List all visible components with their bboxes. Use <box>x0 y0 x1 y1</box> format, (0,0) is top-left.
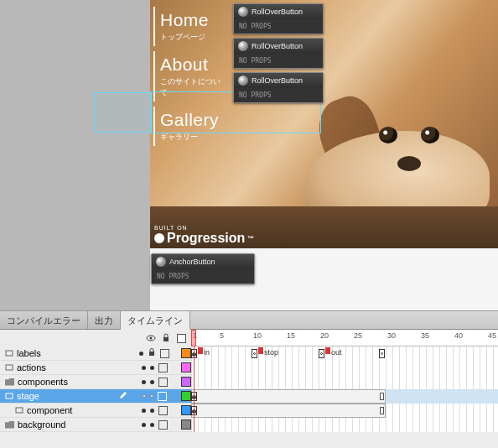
lock-header-icon[interactable] <box>161 333 171 343</box>
frame-label-out: out <box>331 348 342 357</box>
panel-tabs: コンパイルエラー 出力 タイムライン <box>0 311 498 330</box>
layer-color-swatch[interactable] <box>181 405 191 415</box>
component-icon <box>238 76 248 86</box>
visibility-toggle[interactable] <box>139 352 143 356</box>
layer-color-swatch[interactable] <box>181 362 191 372</box>
frame-ruler[interactable]: 1 5 10 15 20 25 30 35 40 45 <box>191 330 498 346</box>
lock-toggle[interactable] <box>150 409 154 413</box>
layer-name: actions <box>17 362 46 372</box>
no-props-label: NO PROPS <box>234 54 323 68</box>
nav-subtitle: トップページ <box>160 32 224 43</box>
layer-color-swatch[interactable] <box>181 391 191 401</box>
no-props-label: NO PROPS <box>234 19 323 34</box>
lock-toggle[interactable] <box>150 380 154 384</box>
layer-color-swatch[interactable] <box>181 348 191 358</box>
component-title: RollOverButton <box>252 76 303 85</box>
playhead[interactable] <box>191 330 196 346</box>
visibility-toggle[interactable] <box>142 380 146 384</box>
component-box-rollover-1[interactable]: RollOverButton NO PROPS <box>233 3 324 34</box>
nav-item-home[interactable]: Home トップページ <box>153 7 229 46</box>
lock-toggle[interactable] <box>150 366 154 370</box>
outline-toggle[interactable] <box>160 349 169 358</box>
timeline-layers: labels in stop out actions <box>0 346 498 432</box>
svg-rect-3 <box>6 351 13 356</box>
logo-name: Progression <box>154 231 254 246</box>
frame-label-in: in <box>204 348 210 357</box>
component-title: RollOverButton <box>252 42 303 50</box>
outline-toggle[interactable] <box>158 363 168 372</box>
bottom-panel: コンパイルエラー 出力 タイムライン 1 5 10 15 20 25 30 35 <box>0 310 498 448</box>
layer-row-background[interactable]: background <box>0 418 498 432</box>
ruler-mark: 40 <box>454 331 463 340</box>
ruler-mark: 5 <box>220 331 224 340</box>
tab-timeline[interactable]: タイムライン <box>121 311 190 330</box>
lock-toggle[interactable] <box>150 423 154 427</box>
component-box-anchor[interactable]: AnchorButton NO PROPS <box>151 253 255 284</box>
layer-color-swatch[interactable] <box>181 377 191 387</box>
outline-toggle[interactable] <box>158 392 167 401</box>
no-props-label: NO PROPS <box>234 88 323 102</box>
layer-track[interactable] <box>191 375 498 389</box>
svg-rect-4 <box>149 352 154 356</box>
layer-header-icons <box>0 333 191 343</box>
logo-built-on: BUILT ON <box>154 225 254 231</box>
layer-type-icon <box>5 363 13 372</box>
selection-box-left[interactable] <box>94 92 151 133</box>
progression-logo: BUILT ON Progression <box>154 225 254 246</box>
layer-name: component <box>27 405 72 415</box>
component-inspectors: RollOverButton NO PROPS RollOverButton N… <box>233 3 324 107</box>
layer-row-stage[interactable]: stage <box>0 389 498 404</box>
pencil-icon <box>119 391 127 401</box>
visibility-toggle[interactable] <box>142 409 146 413</box>
layer-row-components[interactable]: components <box>0 375 498 389</box>
outline-toggle[interactable] <box>158 406 168 415</box>
component-icon <box>156 257 166 267</box>
ruler-mark: 20 <box>320 331 329 340</box>
playhead-line <box>194 346 195 361</box>
folder-icon <box>5 378 14 386</box>
visibility-toggle[interactable] <box>143 394 146 398</box>
nav-title: Home <box>160 10 224 30</box>
frame-label-flag-icon <box>198 347 203 354</box>
layer-type-icon <box>5 392 13 400</box>
layer-name: stage <box>17 391 39 401</box>
tab-output[interactable]: 出力 <box>88 311 121 329</box>
layer-track[interactable] <box>191 404 498 418</box>
ruler-mark: 15 <box>287 331 295 340</box>
ruler-mark: 45 <box>488 331 496 340</box>
svg-rect-7 <box>16 408 23 413</box>
nav-title: About <box>160 55 224 75</box>
component-title: AnchorButton <box>169 258 215 266</box>
lock-toggle[interactable] <box>148 348 156 358</box>
lock-toggle[interactable] <box>150 394 153 398</box>
outline-toggle[interactable] <box>158 378 168 387</box>
layer-name: background <box>18 419 66 430</box>
outline-toggle[interactable] <box>158 420 168 430</box>
layer-track[interactable] <box>191 418 498 432</box>
frame-label-stop: stop <box>264 348 278 357</box>
svg-rect-6 <box>6 393 13 399</box>
visibility-toggle[interactable] <box>142 423 146 427</box>
frame-label-flag-icon <box>325 347 330 354</box>
component-box-rollover-2[interactable]: RollOverButton NO PROPS <box>233 38 324 69</box>
component-icon <box>238 41 248 51</box>
no-props-label: NO PROPS <box>152 269 254 284</box>
layer-color-swatch[interactable] <box>181 419 191 430</box>
layer-row-labels[interactable]: labels in stop out <box>0 346 498 361</box>
ruler-mark: 10 <box>253 331 262 340</box>
layer-name: components <box>18 377 68 387</box>
layer-track[interactable] <box>191 361 498 375</box>
timeline-header: 1 5 10 15 20 25 30 35 40 45 <box>0 330 498 346</box>
component-box-rollover-3[interactable]: RollOverButton NO PROPS <box>233 72 324 103</box>
tab-compile-errors[interactable]: コンパイルエラー <box>0 311 88 329</box>
outline-header-icon[interactable] <box>176 333 186 343</box>
visibility-toggle[interactable] <box>142 366 146 370</box>
visibility-header-icon[interactable] <box>146 333 156 343</box>
svg-point-1 <box>150 337 153 340</box>
layer-type-icon <box>5 349 13 357</box>
layer-track[interactable] <box>191 389 498 404</box>
svg-rect-5 <box>6 365 13 370</box>
layer-row-component[interactable]: component <box>0 404 498 418</box>
layer-row-actions[interactable]: actions <box>0 361 498 375</box>
layer-track[interactable]: in stop out <box>191 346 498 361</box>
